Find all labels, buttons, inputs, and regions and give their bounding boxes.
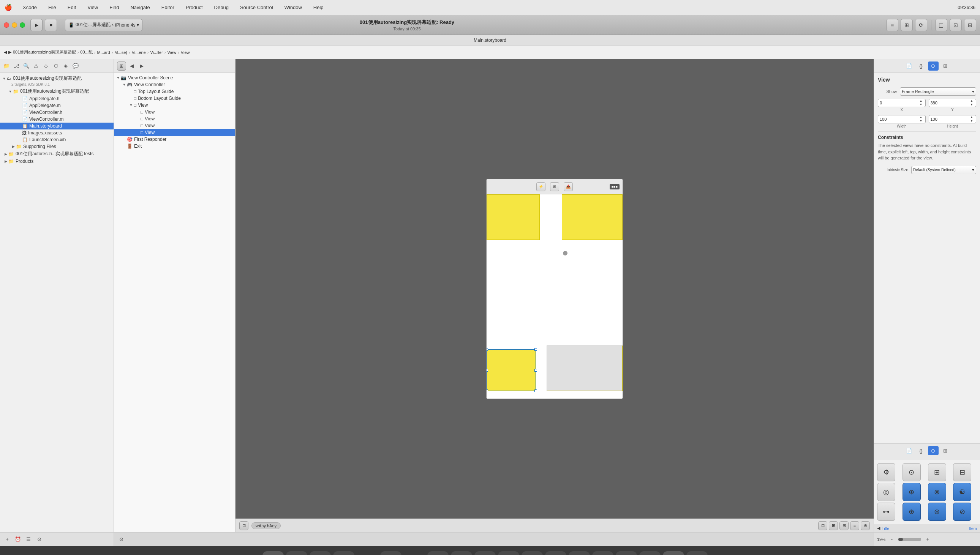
canvas-grid-btn[interactable]: ⊙: [861, 521, 870, 530]
test-icon[interactable]: ◇: [42, 62, 50, 70]
dock-filezilla[interactable]: 🦊: [522, 551, 543, 555]
x-decrement[interactable]: ▼: [919, 103, 924, 107]
breadcrumb-item-3[interactable]: M...ard: [97, 50, 110, 55]
object-navigation[interactable]: ⊙: [903, 463, 921, 481]
scene-item-view-2[interactable]: □ View: [114, 115, 235, 122]
height-input[interactable]: 100 ▲ ▼: [929, 115, 977, 124]
y-decrement[interactable]: ▼: [969, 103, 974, 107]
breadcrumb-item-2[interactable]: 00...配: [80, 49, 92, 55]
library-tab-media[interactable]: ⊞: [940, 446, 951, 455]
phone-content[interactable]: [487, 194, 623, 399]
menu-edit[interactable]: Edit: [65, 4, 78, 11]
nav-back-icon[interactable]: ◀: [877, 526, 880, 531]
inspector-tab-identity[interactable]: ⊙: [928, 61, 938, 71]
scene-item-bottom-guide[interactable]: □ Bottom Layout Guide: [114, 95, 235, 102]
object-compass[interactable]: ◎: [877, 483, 895, 501]
dock-onenote[interactable]: 📝: [380, 551, 402, 555]
dock-mail[interactable]: ✉: [616, 551, 637, 555]
tree-item-images[interactable]: 🖼 Images.xcassets: [0, 130, 114, 136]
prev-issue-btn[interactable]: ⊙: [117, 535, 125, 544]
menu-editor[interactable]: Editor: [159, 4, 177, 11]
view-yellow-bottom-left-selected[interactable]: [487, 349, 536, 391]
handle-tl[interactable]: [486, 348, 488, 351]
scene-item-view-root[interactable]: ▼ □ View: [114, 102, 235, 109]
handle-bl[interactable]: [486, 390, 488, 392]
x-stepper[interactable]: ▲ ▼: [919, 99, 924, 107]
scene-item-view-4[interactable]: □ View: [114, 129, 235, 136]
canvas-zoom-in-btn[interactable]: ⊞: [829, 521, 838, 530]
dock-xcode[interactable]: 🔧: [357, 551, 378, 555]
grid-view-icon[interactable]: ⊞: [117, 61, 126, 71]
intrinsic-dropdown[interactable]: Default (System Defined) ▾: [911, 166, 976, 174]
object-viewcontroller[interactable]: ⚙: [877, 463, 895, 481]
object-axis[interactable]: ⊶: [877, 503, 895, 521]
x-increment[interactable]: ▲: [919, 99, 924, 103]
scene-item-vcs[interactable]: ▼ 📷 View Controller Scene: [114, 74, 235, 81]
view-yellow-top-left[interactable]: [487, 194, 540, 240]
canvas-fit-btn[interactable]: ⊡: [818, 521, 827, 530]
debug-icon[interactable]: ⬡: [51, 62, 60, 70]
y-stepper[interactable]: ▲ ▼: [969, 99, 974, 107]
object-tab[interactable]: ⊞: [928, 463, 946, 481]
library-tab-object[interactable]: ⊙: [928, 446, 938, 455]
zoom-slider[interactable]: [898, 538, 921, 541]
menu-window[interactable]: Window: [282, 4, 304, 11]
scene-item-view-3[interactable]: □ View: [114, 122, 235, 129]
tree-item-main-storyboard[interactable]: 📋 Main.storyboard: [0, 123, 114, 130]
width-decrement[interactable]: ▼: [919, 119, 924, 123]
y-increment[interactable]: ▲: [969, 99, 974, 103]
play-button[interactable]: ▶: [31, 19, 43, 31]
breadcrumb-item-7[interactable]: View: [167, 50, 177, 55]
tree-item-products[interactable]: ▶ 📁 Products: [0, 158, 114, 165]
handle-ml[interactable]: [486, 369, 488, 372]
menu-product[interactable]: Product: [183, 4, 205, 11]
prev-nav-icon[interactable]: ◀: [128, 62, 136, 70]
scene-item-vc[interactable]: ▼ 🎮 View Controller: [114, 81, 235, 88]
tree-item-tests[interactable]: ▶ 📁 001使用autoresizi...实现屏幕适配Tests: [0, 150, 114, 158]
tree-item-launchscreen[interactable]: 📋 LaunchScreen.xib: [0, 136, 114, 143]
object-circular[interactable]: ⊘: [953, 503, 971, 521]
dock-globe[interactable]: 🌍: [498, 551, 519, 555]
y-input[interactable]: 380 ▲ ▼: [929, 99, 977, 107]
search-icon[interactable]: 🔍: [22, 62, 31, 70]
add-file-btn[interactable]: +: [3, 535, 11, 544]
menu-view[interactable]: View: [85, 4, 100, 11]
dock-reminders[interactable]: 📐: [639, 551, 660, 555]
menu-help[interactable]: Help: [311, 4, 326, 11]
dock-launchpad[interactable]: 🚀: [310, 551, 331, 555]
width-input[interactable]: 100 ▲ ▼: [878, 115, 926, 124]
dock-displays[interactable]: 🖥: [663, 551, 684, 555]
width-stepper[interactable]: ▲ ▼: [919, 115, 924, 123]
report-icon[interactable]: 💬: [71, 62, 80, 70]
dock-trash[interactable]: 🗑: [686, 551, 708, 555]
view-yellow-top-right[interactable]: [562, 194, 623, 240]
tree-item-root[interactable]: ▼ 🗂 001使用autoresizing实现屏幕适配: [0, 74, 114, 82]
handle-br[interactable]: [535, 390, 537, 392]
menu-source-control[interactable]: Source Control: [238, 4, 275, 11]
tree-item-viewcontroller-m[interactable]: 📄 ViewController.m: [0, 116, 114, 123]
object-constraints[interactable]: ⊕: [903, 483, 921, 501]
view-yellow-bottom-right[interactable]: [546, 345, 623, 391]
minimize-button[interactable]: [12, 22, 17, 28]
scene-item-view-1[interactable]: □ View: [114, 109, 235, 115]
width-increment[interactable]: ▲: [919, 115, 924, 119]
menu-find[interactable]: Find: [107, 4, 121, 11]
dock-terminal[interactable]: 🖥: [404, 551, 425, 555]
object-spring[interactable]: ⊗: [928, 483, 946, 501]
assistant-editor-button[interactable]: ⊞: [901, 19, 913, 31]
library-tab-file[interactable]: 📄: [904, 446, 914, 455]
dock-instruments[interactable]: 🎯: [569, 551, 590, 555]
handle-mr[interactable]: [535, 369, 537, 372]
height-increment[interactable]: ▲: [969, 115, 974, 119]
object-table[interactable]: ⊟: [953, 463, 971, 481]
object-center[interactable]: ⊕: [903, 503, 921, 521]
object-yin-yang[interactable]: ☯: [953, 483, 971, 501]
apple-logo-icon[interactable]: 🍎: [5, 4, 12, 11]
scene-item-top-guide[interactable]: □ Top Layout Guide: [114, 88, 235, 95]
menu-file[interactable]: File: [46, 4, 58, 11]
toolbar-icon-3[interactable]: 📤: [564, 182, 573, 191]
maximize-button[interactable]: [20, 22, 25, 28]
object-links[interactable]: ⊛: [928, 503, 946, 521]
debug-toggle-button[interactable]: ⊡: [949, 19, 962, 31]
view-toggle-button[interactable]: ≡: [886, 19, 898, 31]
